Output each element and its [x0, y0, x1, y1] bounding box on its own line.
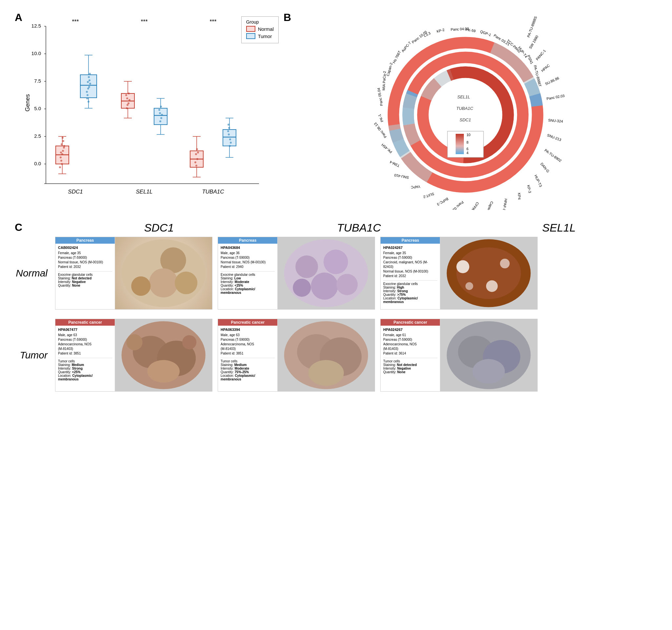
sdc1-normal-staining-val: Not detected	[72, 277, 92, 280]
svg-rect-83	[223, 130, 236, 146]
sel1l-normal-meta: Female, age 35Pancreas (T-59000)Carcinoi…	[383, 251, 437, 278]
sel1l-normal-header: Pancreas	[381, 237, 440, 244]
svg-point-167	[131, 277, 151, 296]
sdc1-normal-staining: Exocrine glandular cells Staining: Not d…	[58, 271, 112, 287]
top-row: A Group Normal Tumor Genes	[13, 10, 659, 213]
svg-text:T3M-4: T3M-4	[389, 160, 400, 168]
tuba1c-normal-image	[278, 237, 375, 309]
sdc1-normal-card: Pancreas CAB002424 Female, age 35Pancrea…	[55, 237, 212, 309]
svg-point-177	[457, 260, 470, 273]
sig-sel1l: ***	[141, 18, 147, 25]
tumor-row: Tumor Pancreatic cancer HPA067477 Male, …	[13, 316, 659, 394]
svg-text:TUBA1C: TUBA1C	[456, 106, 473, 111]
svg-point-180	[465, 282, 473, 290]
svg-point-172	[311, 273, 338, 300]
sel1l-tumor-id: HPA024267	[383, 328, 437, 331]
svg-point-64	[125, 94, 127, 96]
sdc1-tumor-staining: Tumor cells Staining: Medium Intensity: …	[58, 358, 112, 381]
svg-point-39	[87, 81, 89, 83]
svg-text:BxPC-3: BxPC-3	[436, 197, 449, 206]
svg-text:SDC1: SDC1	[68, 189, 82, 195]
svg-rect-116	[448, 131, 483, 158]
svg-point-71	[158, 109, 160, 111]
legend-normal: Normal	[246, 26, 274, 32]
svg-point-46	[88, 76, 90, 78]
y-axis-label: Genes	[24, 94, 31, 112]
main-container: A Group Normal Tumor Genes	[0, 0, 672, 630]
svg-text:Panc 02.03: Panc 02.03	[546, 93, 565, 100]
tuba1c-tumor-meta: Male, age 63Pancreas (T-59000)Adenocarci…	[221, 333, 275, 356]
svg-point-166	[149, 268, 178, 298]
svg-text:KP4: KP4	[517, 193, 522, 200]
svg-point-73	[159, 120, 161, 122]
svg-point-65	[128, 99, 130, 101]
panel-b: B	[282, 10, 666, 213]
svg-point-186	[182, 335, 196, 349]
svg-point-93	[228, 134, 230, 136]
gene-titles-row: SDC1 TUBA1C SEL1L	[59, 221, 659, 234]
svg-point-97	[228, 127, 230, 129]
svg-point-42	[89, 83, 91, 85]
svg-text:DAN-G: DAN-G	[539, 162, 550, 173]
svg-point-29	[59, 157, 62, 158]
svg-point-68	[126, 107, 128, 109]
tuba1c-normal-intensity: Moderate	[235, 280, 249, 284]
tuba1c-normal-location: Cytoplasmic/membranous	[221, 287, 255, 295]
svg-rect-117	[456, 134, 464, 154]
gene-title-sdc1: SDC1	[59, 221, 259, 234]
svg-text:KP-3: KP-3	[526, 185, 532, 193]
svg-text:SEL1L: SEL1L	[136, 189, 152, 195]
sel1l-tumor-image	[440, 319, 537, 391]
tuba1c-normal-info: Pancreas HPA043684 Male, age 36Pancreas …	[218, 237, 278, 309]
svg-point-27	[61, 143, 63, 145]
tumor-swatch	[246, 33, 255, 39]
svg-text:7.5: 7.5	[34, 78, 41, 84]
sel1l-tumor-quantity: None	[397, 370, 406, 374]
tuba1c-normal-staining: Exocrine glandular cells Staining: Low I…	[221, 271, 275, 295]
svg-point-32	[60, 160, 62, 162]
section-c-inner: SDC1 TUBA1C SEL1L Normal Pancreas CAB002…	[13, 220, 659, 620]
svg-text:10: 10	[466, 133, 471, 137]
tuba1c-tumor-staining: Tumor cells Staining: Medium Intensity: …	[221, 358, 275, 381]
sdc1-normal-id: CAB002424	[58, 246, 112, 250]
svg-point-40	[88, 86, 90, 88]
svg-text:2.5: 2.5	[34, 133, 41, 139]
sel1l-tumor-header: Pancreatic cancer	[381, 319, 440, 326]
svg-point-72	[161, 114, 163, 116]
svg-point-173	[293, 279, 311, 297]
svg-text:Hs 766T: Hs 766T	[392, 50, 402, 64]
tuba1c-tumor-quantity: 75%-25%	[235, 370, 249, 374]
boxplot-svg: Genes 12.5 10.0 7.5 5.0 2.5 0.0	[23, 16, 279, 207]
svg-point-96	[230, 142, 232, 144]
tuba1c-normal-id: HPA043684	[221, 246, 275, 250]
sdc1-tumor-meta: Male, age 63Pancreas (T-59000)Adenocarci…	[58, 333, 112, 356]
sdc1-tumor-quantity: <25%	[72, 370, 81, 374]
svg-point-170	[296, 255, 318, 278]
svg-point-99	[227, 124, 230, 125]
svg-point-89	[194, 161, 196, 163]
svg-text:KP-2: KP-2	[436, 27, 445, 33]
svg-point-185	[126, 334, 143, 350]
svg-text:0.0: 0.0	[34, 161, 41, 166]
svg-point-87	[195, 153, 197, 155]
sel1l-tumor-intensity: Negative	[397, 367, 411, 370]
svg-text:SU.86.86: SU.86.86	[545, 76, 560, 86]
sdc1-normal-intensity: Negative	[72, 280, 86, 284]
normal-row: Normal Pancreas CAB002424 Female, age 35…	[13, 234, 659, 312]
tuba1c-tumor-staining-val: Medium	[234, 363, 247, 367]
sdc1-tumor-header: Pancreatic cancer	[55, 319, 115, 326]
sel1l-normal-staining-val: High	[397, 286, 404, 289]
svg-point-66	[126, 104, 128, 106]
svg-text:8: 8	[466, 140, 469, 144]
svg-point-190	[309, 360, 344, 386]
svg-text:PK-45H: PK-45H	[381, 143, 393, 154]
svg-point-38	[62, 137, 64, 139]
legend-tumor-label: Tumor	[258, 33, 272, 39]
svg-text:YAPC: YAPC	[411, 185, 421, 189]
svg-text:HPAF-II: HPAF-II	[502, 199, 508, 210]
tuba1c-normal-quantity: <25%	[235, 284, 243, 287]
svg-text:AsPC-7: AsPC-7	[401, 41, 412, 53]
svg-text:PK-59: PK-59	[465, 27, 476, 33]
svg-point-62	[126, 97, 128, 99]
tuba1c-tumor-location: Cytoplasmic/membranous	[221, 374, 255, 381]
